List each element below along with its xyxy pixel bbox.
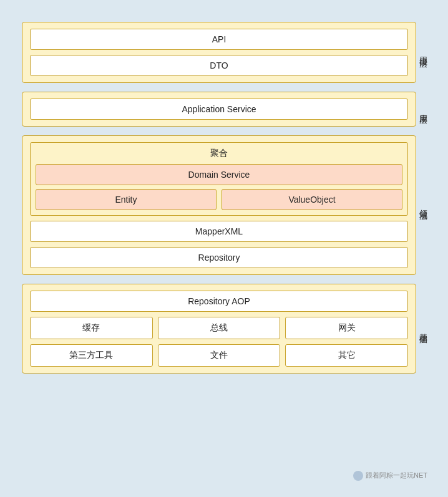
file-box: 文件 — [158, 344, 281, 367]
domain-layer-box: 聚合 Domain Service Entity ValueObject Map… — [22, 135, 416, 275]
application-layer-label: 应用层 — [416, 92, 430, 127]
interface-layer-row: API DTO 用接口层 — [22, 22, 430, 83]
watermark-icon — [353, 471, 363, 481]
repository-aop-box: Repository AOP — [30, 291, 408, 312]
domain-layer-label: 领域层 — [416, 135, 430, 275]
infra-row2: 第三方工具 文件 其它 — [30, 344, 408, 367]
entity-valueobject-row: Entity ValueObject — [36, 189, 402, 210]
application-layer-box: Application Service — [22, 92, 416, 127]
mapper-xml-box: MapperXML — [30, 221, 408, 242]
aggregate-title: 聚合 — [36, 148, 402, 160]
aggregate-box: 聚合 Domain Service Entity ValueObject — [30, 142, 408, 216]
application-service-box: Application Service — [30, 99, 408, 120]
infrastructure-layer-label: 基础层 — [416, 284, 430, 374]
api-box: API — [30, 29, 408, 50]
interface-layer-box: API DTO — [22, 22, 416, 83]
valueobject-box: ValueObject — [222, 189, 402, 210]
repository-box: Repository — [30, 247, 408, 268]
dto-box: DTO — [30, 55, 408, 76]
other-box: 其它 — [285, 344, 408, 367]
cache-box: 缓存 — [30, 317, 153, 339]
domain-layer-row: 聚合 Domain Service Entity ValueObject Map… — [22, 135, 430, 275]
watermark: 跟着阿粽一起玩NET — [353, 471, 427, 481]
bus-box: 总线 — [158, 317, 281, 339]
watermark-text: 跟着阿粽一起玩NET — [366, 471, 427, 480]
infra-row1: 缓存 总线 网关 — [30, 317, 408, 339]
interface-layer-label: 用接口层 — [416, 22, 430, 83]
gateway-box: 网关 — [285, 317, 408, 339]
application-layer-row: Application Service 应用层 — [22, 92, 430, 127]
third-party-box: 第三方工具 — [30, 344, 153, 367]
diagram-container: API DTO 用接口层 Application Service 应用层 聚合 … — [12, 12, 436, 486]
infrastructure-layer-row: Repository AOP 缓存 总线 网关 第三方工具 文件 其它 基础层 — [22, 284, 430, 374]
domain-service-box: Domain Service — [36, 164, 402, 185]
entity-box: Entity — [36, 189, 217, 210]
infrastructure-layer-box: Repository AOP 缓存 总线 网关 第三方工具 文件 其它 — [22, 284, 416, 374]
